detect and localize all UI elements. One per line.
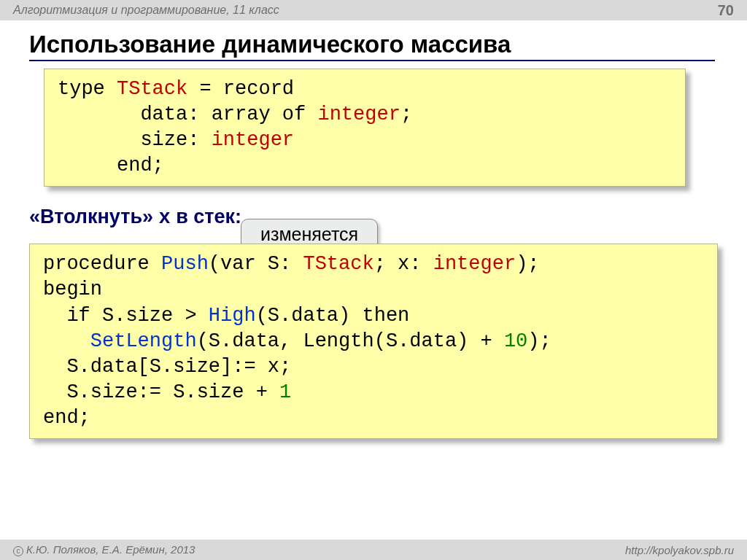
code-text: procedure: [43, 253, 161, 275]
footer-url: http://kpolyakov.spb.ru: [625, 544, 734, 556]
copyright-icon: c: [13, 546, 23, 556]
code-keyword: integer: [212, 129, 294, 151]
code-text: size:: [58, 129, 212, 151]
code-text: );: [527, 330, 551, 352]
code-text: ;: [400, 104, 412, 125]
code-text: if S.size >: [43, 305, 209, 327]
footer-bar: cК.Ю. Поляков, Е.А. Ерёмин, 2013 http://…: [0, 540, 747, 560]
page-number: 70: [718, 2, 734, 19]
code-text: begin: [43, 279, 102, 300]
subhead-var: x: [159, 207, 171, 229]
header-subject: Алгоритмизация и программирование, 11 кл…: [13, 4, 279, 17]
slide-title: Использование динамического массива: [29, 31, 715, 61]
code-keyword: integer: [433, 253, 516, 275]
code-text: ; x:: [374, 253, 433, 275]
code-block-procedure: procedure Push(var S: TStack; x: integer…: [29, 244, 718, 439]
code-text: end;: [58, 155, 164, 176]
header-bar: Алгоритмизация и программирование, 11 кл…: [0, 0, 747, 20]
code-proc: Push: [161, 253, 209, 275]
code-keyword: integer: [317, 104, 400, 125]
callout-text: изменяется: [260, 224, 358, 244]
code-type: TStack: [303, 253, 374, 275]
code-number: 10: [504, 330, 527, 352]
subhead-text: «Втолкнуть»: [29, 206, 159, 228]
footer-copyright: cК.Ю. Поляков, Е.А. Ерёмин, 2013: [13, 543, 195, 556]
code-text: S.size:= S.size +: [43, 381, 279, 403]
code-text: S.data[S.size]:= x;: [43, 356, 291, 378]
code-text: data: array of: [58, 104, 317, 125]
code-text: (S.data) then: [256, 305, 410, 327]
code-number: 1: [279, 381, 291, 403]
code-text: type: [58, 78, 117, 100]
code-text: );: [516, 253, 539, 275]
code-text: (S.data, Length(S.data) +: [197, 330, 504, 352]
code-block-type: type TStack = record data: array of inte…: [44, 69, 686, 187]
code-text: = record: [187, 78, 294, 100]
subhead-text: в стек:: [171, 206, 241, 228]
code-func: High: [209, 305, 256, 327]
code-text: (var S:: [209, 253, 303, 275]
subheading: «Втолкнуть» x в стек:: [29, 206, 747, 229]
code-text: [43, 330, 90, 352]
code-func: SetLength: [90, 330, 197, 352]
footer-authors: К.Ю. Поляков, Е.А. Ерёмин, 2013: [26, 543, 195, 556]
code-type: TStack: [117, 78, 187, 100]
code-text: end;: [43, 407, 90, 429]
